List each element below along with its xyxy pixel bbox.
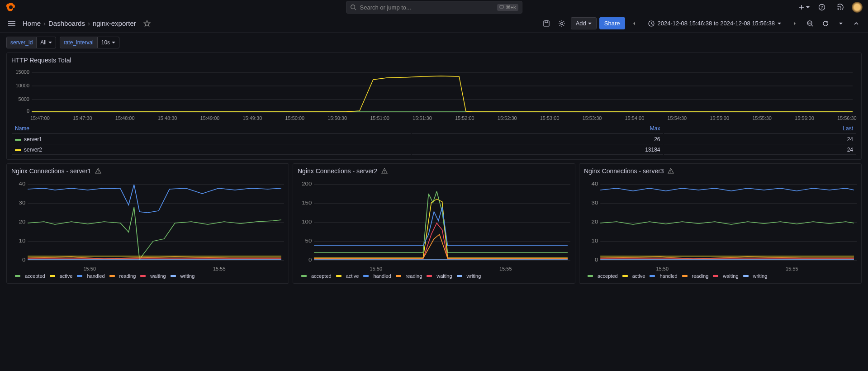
legend-item[interactable]: reading xyxy=(109,273,136,279)
var-rate-value[interactable]: 10s xyxy=(97,37,119,48)
breadcrumb-current[interactable]: nginx-exporter xyxy=(93,19,136,27)
warning-icon xyxy=(381,168,388,174)
legend-col-last[interactable]: Last xyxy=(664,124,856,134)
chart-connections[interactable]: 403020100 15:5015:55 xyxy=(11,180,284,271)
panel-title[interactable]: HTTP Requests Total xyxy=(7,53,861,67)
share-button[interactable]: Share xyxy=(599,17,625,29)
svg-point-12 xyxy=(560,22,563,24)
search-placeholder: Search or jump to... xyxy=(360,4,411,11)
x-axis-ticks: 15:47:0015:47:3015:48:0015:48:3015:49:00… xyxy=(11,114,857,121)
x-axis-ticks: 15:5015:55 xyxy=(584,266,857,271)
legend-item[interactable]: active xyxy=(336,273,359,279)
svg-text:?: ? xyxy=(821,5,823,10)
chart-connections[interactable]: 200150100500 15:5015:55 xyxy=(298,180,570,271)
refresh-icon[interactable] xyxy=(819,17,832,30)
svg-point-38 xyxy=(384,172,384,172)
legend-item[interactable]: writing xyxy=(743,273,768,279)
chevron-right-icon: › xyxy=(88,19,90,27)
legend-item[interactable]: handled xyxy=(77,273,104,279)
svg-text:40: 40 xyxy=(592,181,598,187)
svg-text:10000: 10000 xyxy=(15,83,29,88)
panel-nginx-connections: Nginx Connections - server3 403020100 15… xyxy=(579,163,862,284)
legend-item[interactable]: waiting xyxy=(427,273,452,279)
svg-text:0: 0 xyxy=(27,108,29,114)
panel-title[interactable]: Nginx Connections - server1 xyxy=(7,164,289,178)
svg-text:0: 0 xyxy=(308,257,312,263)
legend-item[interactable]: accepted xyxy=(588,273,618,279)
var-server-id-value[interactable]: All xyxy=(36,37,56,48)
breadcrumb: Home › Dashboards › nginx-exporter xyxy=(23,19,136,27)
panel-nginx-connections: Nginx Connections - server1 403020100 15… xyxy=(6,163,289,284)
svg-point-50 xyxy=(670,172,671,172)
warning-icon xyxy=(95,168,101,174)
svg-line-1 xyxy=(354,9,356,10)
svg-text:50: 50 xyxy=(305,238,312,244)
legend-item[interactable]: writing xyxy=(457,273,481,279)
var-server-id-label: server_id xyxy=(6,37,37,48)
svg-text:100: 100 xyxy=(302,219,312,225)
svg-text:30: 30 xyxy=(592,200,598,206)
legend-item[interactable]: waiting xyxy=(713,273,738,279)
chevron-right-icon: › xyxy=(43,19,46,27)
legend-item[interactable]: handled xyxy=(363,273,391,279)
legend-item[interactable]: reading xyxy=(682,273,709,279)
panel-title[interactable]: Nginx Connections - server2 xyxy=(293,164,575,178)
x-axis-ticks: 15:5015:55 xyxy=(11,266,284,271)
time-next-icon[interactable] xyxy=(788,17,801,30)
svg-text:0: 0 xyxy=(22,257,26,263)
collapse-icon[interactable] xyxy=(850,17,863,30)
svg-text:10: 10 xyxy=(19,238,26,244)
svg-point-0 xyxy=(351,5,355,9)
menu-toggle-icon[interactable] xyxy=(5,17,18,30)
grafana-logo-icon[interactable] xyxy=(5,2,16,13)
svg-text:30: 30 xyxy=(19,200,26,206)
svg-rect-10 xyxy=(544,21,549,26)
breadcrumb-home[interactable]: Home xyxy=(23,19,41,27)
global-search[interactable]: Search or jump to... ⌘+k xyxy=(346,1,522,14)
legend-item[interactable]: accepted xyxy=(301,273,332,279)
favorite-star-icon[interactable] xyxy=(141,17,153,30)
legend-item[interactable]: reading xyxy=(396,273,422,279)
svg-text:40: 40 xyxy=(19,181,26,187)
news-icon[interactable] xyxy=(834,1,846,14)
legend-item[interactable]: active xyxy=(50,273,73,279)
legend-item[interactable]: waiting xyxy=(140,273,166,279)
breadcrumb-dashboards[interactable]: Dashboards xyxy=(48,19,85,27)
clock-icon xyxy=(648,20,655,27)
legend-item[interactable]: handled xyxy=(650,273,677,279)
add-menu-icon[interactable] xyxy=(797,1,810,14)
legend-table: Name Max Last server12624server21318424 xyxy=(11,123,857,156)
zoom-out-icon[interactable] xyxy=(804,17,816,30)
svg-text:0: 0 xyxy=(595,257,598,263)
time-range-picker[interactable]: 2024-12-08 15:46:38 to 2024-12-08 15:56:… xyxy=(643,18,786,29)
legend-item[interactable]: writing xyxy=(171,273,195,279)
panel-nginx-connections: Nginx Connections - server2 200150100500… xyxy=(293,163,575,284)
legend: acceptedactivehandledreadingwaitingwriti… xyxy=(298,271,570,280)
help-icon[interactable]: ? xyxy=(816,1,828,14)
svg-rect-2 xyxy=(500,5,503,8)
time-prev-icon[interactable] xyxy=(628,17,640,30)
legend-col-name[interactable]: Name xyxy=(12,124,411,134)
svg-point-26 xyxy=(98,172,98,172)
legend-col-max[interactable]: Max xyxy=(412,124,663,134)
chart-connections[interactable]: 403020100 15:5015:55 xyxy=(584,180,857,271)
panel-http-requests: HTTP Requests Total 150001000050000 15:4… xyxy=(6,52,862,160)
legend-row[interactable]: server21318424 xyxy=(12,145,856,155)
add-panel-button[interactable]: Add xyxy=(571,17,597,29)
legend-item[interactable]: active xyxy=(622,273,645,279)
svg-rect-11 xyxy=(545,21,548,23)
refresh-interval-icon[interactable] xyxy=(835,17,847,30)
dashboard-settings-icon[interactable] xyxy=(555,17,568,30)
svg-line-16 xyxy=(811,25,813,26)
user-avatar[interactable] xyxy=(852,2,863,13)
svg-text:5000: 5000 xyxy=(19,96,29,102)
chart-http-requests[interactable]: 150001000050000 15:47:0015:47:3015:48:00… xyxy=(11,69,857,121)
save-dashboard-icon[interactable] xyxy=(540,17,553,30)
panel-title[interactable]: Nginx Connections - server3 xyxy=(579,164,861,178)
legend: acceptedactivehandledreadingwaitingwriti… xyxy=(11,271,284,280)
var-rate-label: rate_interval xyxy=(60,37,98,48)
svg-text:20: 20 xyxy=(592,219,598,225)
legend-row[interactable]: server12624 xyxy=(12,135,856,144)
legend-item[interactable]: accepted xyxy=(15,273,45,279)
svg-text:15000: 15000 xyxy=(15,69,29,75)
